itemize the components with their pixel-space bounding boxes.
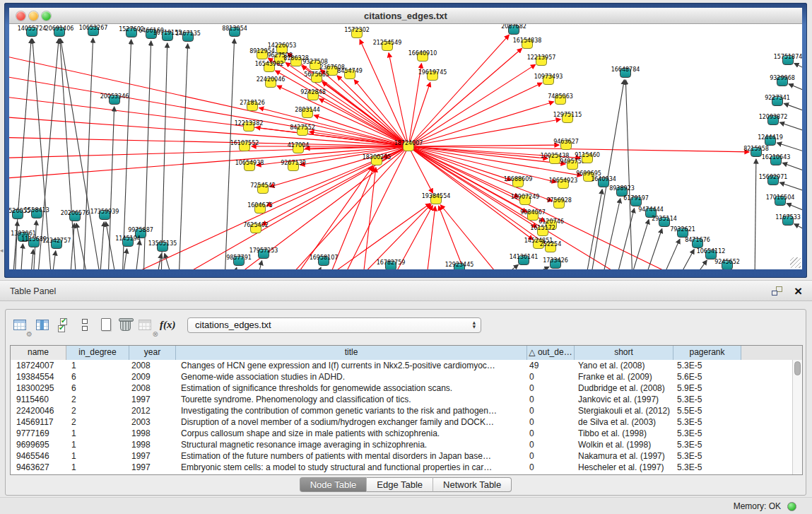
network-edge[interactable] <box>644 228 662 269</box>
table-row[interactable]: 1938455462009Genome-wide association stu… <box>11 371 792 382</box>
network-edge[interactable] <box>779 122 802 134</box>
network-node-label: 1572302 <box>344 28 370 33</box>
table-row[interactable]: 969969511998Structural magnetic resonanc… <box>11 439 792 450</box>
network-edge[interactable] <box>30 250 33 269</box>
collapse-panel-arrow-icon[interactable]: ◂ <box>0 247 4 254</box>
network-edge[interactable] <box>777 143 802 155</box>
cell-year: 2009 <box>129 371 176 382</box>
network-edge[interactable] <box>363 168 376 269</box>
zoom-button[interactable] <box>42 11 51 21</box>
resize-grip[interactable] <box>790 257 801 268</box>
column-header-short[interactable]: short <box>575 346 673 360</box>
table-row[interactable]: 977716911998Corpus callosum shape and si… <box>11 428 792 439</box>
network-edge[interactable] <box>135 240 140 269</box>
select-rows-icon[interactable]: ✔ ✔ <box>56 317 74 335</box>
column-header-title[interactable]: title <box>176 346 527 360</box>
network-edge[interactable] <box>108 107 114 269</box>
network-edge[interactable] <box>755 159 756 269</box>
network-edge[interactable] <box>9 74 408 146</box>
table-row[interactable]: 2242004622012Investigating the contribut… <box>11 405 792 416</box>
minimize-button[interactable] <box>29 11 38 21</box>
column-header-year[interactable]: year <box>129 346 176 360</box>
select-columns-icon[interactable] <box>35 317 53 335</box>
network-edge[interactable] <box>225 39 235 269</box>
column-header-in_degree[interactable]: in_degree <box>66 346 129 360</box>
network-node-label: 1145194 <box>115 236 141 242</box>
network-edge[interactable] <box>779 182 802 194</box>
network-edge[interactable] <box>52 251 56 269</box>
table-row[interactable]: 946554611997Estimation of the future num… <box>11 450 792 462</box>
network-edge[interactable] <box>497 264 518 269</box>
network-window[interactable]: citations_edges.txt 18724007183002951938… <box>4 3 807 278</box>
network-edge[interactable] <box>389 53 408 146</box>
network-edge[interactable] <box>83 38 93 269</box>
column-header-name[interactable]: name <box>11 346 66 360</box>
network-edge[interactable] <box>20 244 23 269</box>
network-node-label: 1558413 <box>24 208 49 214</box>
column-header-out_degree[interactable]: △ out_de… <box>527 346 575 360</box>
cell-pagerank: 5.3E-5 <box>673 416 741 428</box>
network-edge[interactable] <box>784 103 802 115</box>
function-builder-icon[interactable]: f(x) <box>160 317 178 335</box>
close-button[interactable] <box>16 11 25 21</box>
table-settings-icon[interactable]: ⚙ <box>12 317 30 335</box>
import-table-icon[interactable]: ⊗ <box>137 317 155 335</box>
tab-network-table[interactable]: Network Table <box>433 477 512 492</box>
network-node-label: 9463627 <box>553 139 579 145</box>
new-table-icon[interactable] <box>98 317 116 335</box>
network-node-label: 21254549 <box>373 40 402 46</box>
table-row[interactable]: 911546021997Tourette syndrome. Phenomeno… <box>11 394 792 405</box>
network-edge[interactable] <box>661 239 680 269</box>
network-edge[interactable] <box>232 267 237 269</box>
table-row[interactable]: 1456911722003Disruption of a novel membe… <box>11 416 792 428</box>
delete-table-icon[interactable] <box>117 317 136 335</box>
network-edge[interactable] <box>794 63 802 74</box>
table-row[interactable]: 1830029562008Estimation of significance … <box>11 382 792 394</box>
network-edge[interactable] <box>100 222 104 269</box>
table-row[interactable]: 946362711997Embryonic stem cells: a mode… <box>11 462 792 473</box>
network-edge[interactable] <box>426 206 435 269</box>
network-edge[interactable] <box>601 199 620 269</box>
network-edge[interactable] <box>585 189 602 269</box>
row-height-icon[interactable] <box>76 317 95 335</box>
network-node-label: 18907249 <box>511 194 540 200</box>
network-edge[interactable] <box>277 86 408 146</box>
table-combo[interactable]: citations_edges.txt ▲▼ <box>187 317 481 333</box>
close-panel-icon[interactable]: × <box>794 282 802 300</box>
network-edge[interactable] <box>106 222 117 269</box>
network-edge[interactable] <box>360 40 408 146</box>
network-canvas[interactable]: 1872400718300295193845541422605389129549… <box>9 24 802 269</box>
table-panel-header: Table Panel × <box>0 280 812 301</box>
network-edge[interactable] <box>691 260 707 269</box>
network-edge[interactable] <box>314 267 321 269</box>
network-edge[interactable] <box>782 163 802 175</box>
network-edge[interactable] <box>439 206 469 269</box>
network-edge[interactable] <box>517 267 549 269</box>
tab-edge-table[interactable]: Edge Table <box>367 477 433 492</box>
network-edge[interactable] <box>161 43 167 269</box>
network-node-label: 7254542 <box>250 183 276 189</box>
network-edge[interactable] <box>408 146 556 182</box>
network-edge[interactable] <box>789 84 802 95</box>
memory-status-led[interactable] <box>787 502 796 511</box>
tab-node-table[interactable]: Node Table <box>300 477 367 492</box>
network-edge[interactable] <box>179 44 188 269</box>
network-edge[interactable] <box>408 145 559 146</box>
network-node-label: 9756928 <box>546 198 572 204</box>
network-window-titlebar[interactable]: citations_edges.txt <box>9 8 802 24</box>
network-edge[interactable] <box>76 223 88 269</box>
scrollbar-thumb[interactable] <box>794 361 801 375</box>
network-edge[interactable] <box>676 250 694 269</box>
table-row[interactable]: 1872400712008Changes of HCN gene express… <box>11 360 792 371</box>
network-edge[interactable] <box>787 204 802 215</box>
network-edge[interactable] <box>625 80 632 269</box>
network-edge[interactable] <box>794 224 802 235</box>
column-header-pagerank[interactable]: pagerank <box>673 346 741 360</box>
network-edge[interactable] <box>408 83 542 146</box>
network-edge[interactable] <box>440 205 504 269</box>
float-panel-icon[interactable] <box>772 286 782 296</box>
vertical-scrollbar[interactable] <box>792 360 802 474</box>
network-edge[interactable] <box>257 261 262 269</box>
network-edge[interactable] <box>319 99 408 146</box>
cell-out_degree: 0 <box>527 450 575 462</box>
